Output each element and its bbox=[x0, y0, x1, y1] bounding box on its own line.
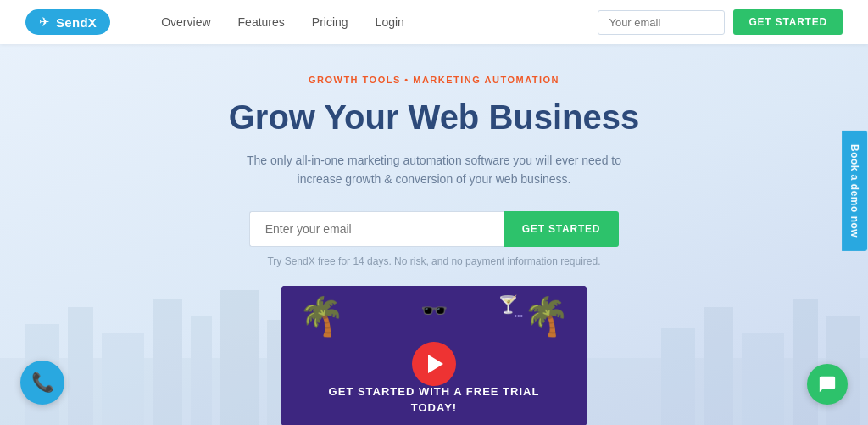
hero-subtitle: GROWTH TOOLS • MARKETING AUTOMATION bbox=[309, 75, 559, 85]
navbar: ✈ SendX Overview Features Pricing Login … bbox=[0, 0, 868, 44]
phone-button[interactable]: 📞 bbox=[20, 361, 64, 405]
logo-button[interactable]: ✈ SendX bbox=[25, 9, 110, 35]
phone-icon: 📞 bbox=[31, 372, 54, 394]
sunglasses-character-icon: 🕶️ bbox=[420, 298, 448, 324]
nav-get-started-button[interactable]: GET STARTED bbox=[733, 9, 843, 35]
video-container: 🌴 🌴 🕶️ 🍸 ••• GET STARTED WITH A FREE TRI… bbox=[281, 286, 587, 425]
play-triangle-icon bbox=[428, 355, 443, 373]
nav-link-pricing[interactable]: Pricing bbox=[312, 15, 348, 29]
svg-rect-3 bbox=[102, 333, 144, 425]
nav-link-login[interactable]: Login bbox=[376, 15, 404, 29]
nav-email-input[interactable] bbox=[598, 10, 725, 35]
hero-section: GROWTH TOOLS • MARKETING AUTOMATION Grow… bbox=[0, 44, 868, 425]
palm-left-icon: 🌴 bbox=[298, 294, 345, 338]
play-button[interactable] bbox=[412, 342, 456, 386]
svg-rect-6 bbox=[220, 290, 259, 425]
svg-rect-5 bbox=[191, 316, 212, 425]
hero-title: Grow Your Web Business bbox=[229, 97, 640, 137]
connector-icon: ••• bbox=[514, 311, 523, 321]
svg-rect-11 bbox=[742, 333, 784, 425]
svg-rect-2 bbox=[68, 307, 93, 425]
nav-right: GET STARTED bbox=[598, 9, 843, 35]
video-background: 🌴 🌴 🕶️ 🍸 ••• GET STARTED WITH A FREE TRI… bbox=[281, 286, 587, 425]
svg-rect-12 bbox=[793, 299, 818, 425]
book-demo-sidebar[interactable]: Book a demo now bbox=[842, 131, 867, 251]
hero-form: GET STARTED bbox=[249, 211, 620, 247]
palm-right-icon: 🌴 bbox=[523, 294, 570, 338]
nav-link-overview[interactable]: Overview bbox=[161, 15, 210, 29]
chat-button[interactable] bbox=[807, 364, 848, 405]
hero-email-input[interactable] bbox=[249, 211, 504, 247]
svg-rect-4 bbox=[153, 299, 182, 425]
svg-rect-10 bbox=[704, 307, 733, 425]
svg-rect-9 bbox=[661, 328, 695, 425]
chat-icon bbox=[818, 375, 837, 394]
sendx-plane-icon: ✈ bbox=[39, 14, 50, 30]
logo-text: SendX bbox=[56, 15, 97, 30]
video-cta-text: GET STARTED WITH A FREE TRIALTODAY! bbox=[281, 384, 587, 415]
nav-link-features[interactable]: Features bbox=[238, 15, 285, 29]
nav-links: Overview Features Pricing Login bbox=[161, 15, 404, 29]
hero-get-started-button[interactable]: GET STARTED bbox=[504, 211, 620, 247]
hero-description: The only all-in-one marketing automation… bbox=[231, 151, 637, 189]
